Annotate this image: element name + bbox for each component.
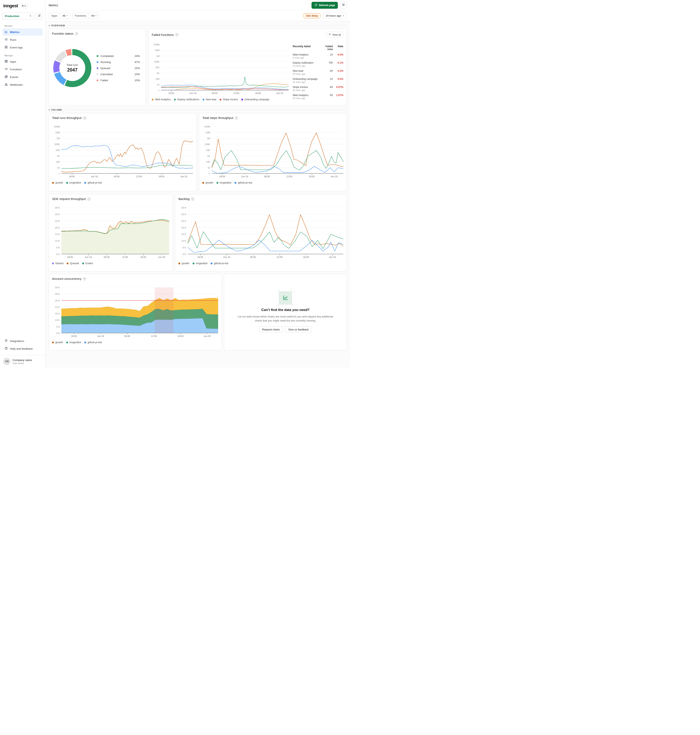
legend-item-inngestbot[interactable]: inngestbot <box>193 262 207 265</box>
help-icon[interactable]: ? <box>175 33 178 36</box>
failure-rate: 0.07% <box>334 86 343 91</box>
col-rate: Rate <box>334 45 343 51</box>
legend-item-inngestbot[interactable]: inngestbot <box>66 181 81 184</box>
environment-selector[interactable]: Production <box>3 13 34 19</box>
sidebar-item-label: Integrations <box>10 340 24 343</box>
command-k-shortcut-badge: ⌘ K <box>20 4 28 8</box>
legend-item-stripe-invoice[interactable]: Stripe invoice <box>219 98 238 101</box>
x-tick-mark <box>207 333 207 334</box>
table-row[interactable]: Web Analytics35 mins ago501.67% <box>293 94 343 99</box>
legend-dot-icon <box>193 262 194 264</box>
x-axis-label: Jun 19 <box>223 256 230 258</box>
sidebar-item-functions[interactable]: Functions <box>3 66 43 73</box>
legend-item-github-pr-bot[interactable]: github-pr-bot <box>84 181 102 184</box>
events-window-icon <box>4 75 8 79</box>
y-axis-label: 1 <box>202 172 210 175</box>
help-icon[interactable]: ? <box>191 197 194 200</box>
donut-center-value: 2047 <box>67 67 77 73</box>
legend-item-github-pr-bot[interactable]: github-pr-bot <box>235 181 252 184</box>
runs-list-icon <box>4 38 8 42</box>
x-axis-label: Jun 20 <box>329 256 336 258</box>
legend-item-growth[interactable]: growth <box>52 341 63 344</box>
sidebar-item-events[interactable]: Events <box>3 73 43 81</box>
status-legend-item[interactable]: Queued15% <box>97 67 140 70</box>
status-legend-item[interactable]: Cancelled10% <box>97 73 140 76</box>
y-axis-label: 10 K <box>52 319 60 321</box>
x-tick-mark <box>236 90 237 91</box>
legend-item-started[interactable]: Started <box>52 262 63 265</box>
arrow-up-right-icon <box>328 33 331 36</box>
apps-filter[interactable]: Apps All▾ <box>49 13 70 19</box>
time-range-selector[interactable]: 24 hours ago ▾ <box>323 13 347 19</box>
functions-filter[interactable]: Functions All▾ <box>72 13 99 19</box>
view-all-button[interactable]: View all <box>326 32 343 38</box>
help-icon[interactable]: ? <box>83 116 86 119</box>
volume-section-header[interactable]: ▾ VOLUME <box>49 109 347 111</box>
x-tick-mark <box>74 333 74 334</box>
legend-item-growth[interactable]: growth <box>202 181 213 184</box>
x-tick-mark <box>193 90 193 91</box>
legend-item-growth[interactable]: growth <box>178 262 190 265</box>
legend-dot-icon <box>52 182 54 184</box>
refresh-page-button[interactable]: Refresh page <box>312 2 338 9</box>
sidebar-item-apps[interactable]: Apps <box>3 58 43 65</box>
sidebar-item-help-and-feedback[interactable]: Help and feedback <box>3 345 43 352</box>
status-label: Completed <box>100 54 114 57</box>
legend-item-web-analytics[interactable]: Web Analytics <box>152 98 171 101</box>
delay-badge: 15m delay <box>303 13 321 18</box>
status-legend-item[interactable]: Running47% <box>97 60 140 63</box>
give-feedback-button[interactable]: Give us feedback <box>285 326 312 333</box>
sidebar-item-metrics[interactable]: Metrics <box>3 28 43 36</box>
help-icon[interactable]: ? <box>75 32 78 35</box>
sidebar-item-runs[interactable]: Runs <box>3 36 43 43</box>
help-icon[interactable]: ? <box>235 116 238 119</box>
legend-label: github-pr-bot <box>238 181 252 184</box>
table-row[interactable]: Web Analytics5 mins ago100.5% <box>293 53 343 59</box>
failed-functions-legend: Web AnalyticsDeploy notificationsNew lea… <box>152 98 289 101</box>
sdk-request-throughput-x-axis: 18:00Jun 1906:0012:0018:00Jun 20 <box>61 254 169 259</box>
top-bar: Metrics Refresh page <box>46 0 350 10</box>
legend-item-growth[interactable]: growth <box>52 181 63 184</box>
backlog-card: Backlog ? 35 K30 K25 K20 K15 K10 K5 K0 K… <box>175 194 347 271</box>
account-concurrency-legend: growthinngestbotgithub-pr-bot <box>52 341 218 344</box>
legend-item-queued[interactable]: Queued <box>67 262 79 265</box>
table-row[interactable]: New lead20 mins ago400.3% <box>293 69 343 75</box>
table-row[interactable]: Stripe invoice25 mins ago600.07% <box>293 86 343 91</box>
y-axis-label: 10M <box>202 131 210 134</box>
legend-item-ended[interactable]: Ended <box>82 262 93 265</box>
x-axis-label: 12:00 <box>287 175 292 178</box>
help-icon[interactable]: ? <box>87 197 90 200</box>
help-icon[interactable]: ? <box>83 277 86 280</box>
y-axis-label: 10K <box>152 66 159 69</box>
x-tick-mark <box>222 174 223 175</box>
legend-dot-icon <box>203 99 204 100</box>
legend-item-github-pr-bot[interactable]: github-pr-bot <box>211 262 228 265</box>
x-axis-label: Jun 20 <box>276 92 283 94</box>
failure-rate: 0.1% <box>334 61 343 67</box>
legend-item-inngestbot[interactable]: inngestbot <box>216 181 231 184</box>
overview-section-header[interactable]: ▾ OVERVIEW <box>49 24 347 27</box>
function-status-card: Function status ? Total runs 2047 Comple… <box>49 29 146 106</box>
table-row[interactable]: Onboarding campaign22 mins ago100.5% <box>293 78 343 83</box>
status-legend-item[interactable]: Failed10% <box>97 79 140 82</box>
settings-button[interactable] <box>340 2 347 9</box>
legend-label: growth <box>55 181 63 184</box>
legend-item-inngestbot[interactable]: inngestbot <box>66 341 81 344</box>
table-row[interactable]: Deploy notification10 mins ago7000.1% <box>293 61 343 67</box>
status-legend-item[interactable]: Completed24% <box>97 54 140 57</box>
failed-time: 35 mins ago <box>293 97 318 99</box>
sidebar-item-integrations[interactable]: Integrations <box>3 337 43 345</box>
legend-label: Deploy notifications <box>177 98 199 101</box>
sidebar-item-event-logs[interactable]: Event logs <box>3 44 43 51</box>
refresh-icon <box>314 3 318 7</box>
legend-item-deploy-notifications[interactable]: Deploy notifications <box>174 98 199 101</box>
legend-item-github-pr-bot[interactable]: github-pr-bot <box>84 341 102 344</box>
legend-item-new-lead[interactable]: New lead <box>203 98 216 101</box>
sidebar-item-webhooks[interactable]: Webhooks <box>3 81 43 88</box>
request-charts-button[interactable]: Request charts <box>259 326 283 333</box>
avatar: CN <box>3 358 10 365</box>
account-switcher[interactable]: CN Company name User name <box>0 355 45 367</box>
status-label: Cancelled <box>100 73 113 76</box>
legend-item-onboarding-campaign[interactable]: Onboarding campaign <box>241 98 269 101</box>
environment-filter-button[interactable] <box>36 13 43 19</box>
